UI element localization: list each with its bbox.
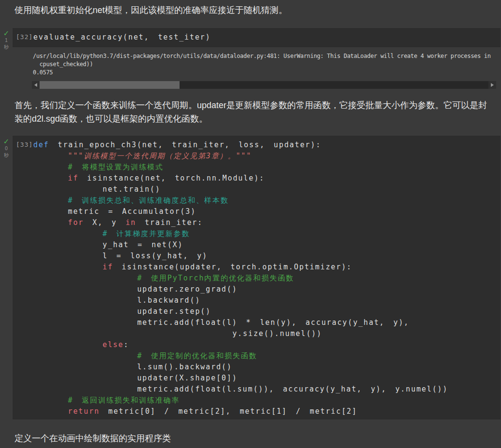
code-cell-33[interactable]: [33] def train_epoch_ch3(net, train_iter…	[12, 135, 501, 420]
scroll-left-arrow-icon	[34, 83, 37, 87]
execution-time-unit: 秒	[1, 153, 11, 158]
scrollbar-thumb[interactable]	[40, 81, 180, 89]
execution-count-badge[interactable]: [32]	[16, 33, 33, 41]
scroll-right-arrow-icon	[491, 83, 494, 87]
success-check-icon: ✓	[1, 138, 11, 145]
execution-time-unit: 秒	[1, 44, 11, 50]
markdown-cell-bottom: 定义一个在动画中绘制数据的实用程序类	[14, 432, 495, 445]
code-editor[interactable]: evaluate_accuracy(net, test_iter)	[33, 32, 211, 43]
execution-count-badge[interactable]: [33]	[16, 141, 33, 148]
scrollbar-track[interactable]	[40, 81, 488, 89]
markdown-cell-top: 使用随机权重初始化net模型，因此该模型的准确率应接近于随机猜测。	[14, 3, 495, 17]
scroll-left-button[interactable]	[32, 81, 40, 89]
markdown-cell-middle: 首先，我们定义一个函数来训练一个迭代周期。updater是更新模型参数的常用函数…	[14, 98, 493, 126]
execution-time-value: 1	[1, 38, 11, 43]
output-horizontal-scrollbar[interactable]	[32, 81, 496, 89]
code-editor[interactable]: def train_epoch_ch3(net, train_iter, los…	[33, 140, 448, 417]
code-cell-32[interactable]: [32] evaluate_accuracy(net, test_iter)	[12, 28, 501, 48]
scroll-right-button[interactable]	[488, 81, 496, 89]
success-check-icon: ✓	[1, 29, 11, 37]
cell-33-run-status[interactable]: ✓ 0 秒	[1, 138, 11, 158]
execution-time-value: 0	[1, 146, 11, 152]
cell-32-run-status[interactable]: ✓ 1 秒	[1, 29, 11, 50]
cell-32-output: /usr/local/lib/python3.7/dist-packages/t…	[33, 52, 499, 77]
